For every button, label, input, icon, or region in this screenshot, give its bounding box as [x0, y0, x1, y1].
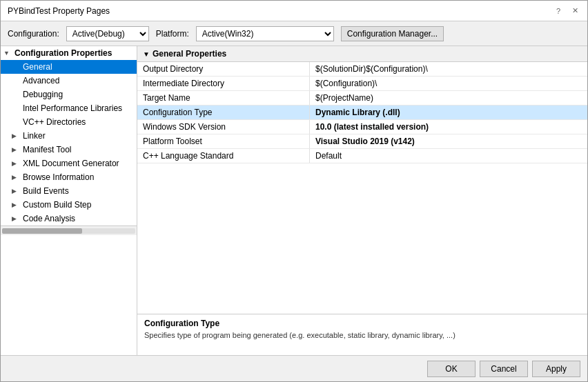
property-pages-window: PYBindTest Property Pages ? ✕ Configurat…	[0, 0, 588, 382]
sidebar-item-label: Build Events	[23, 186, 69, 196]
prop-name: Intermediate Directory	[137, 77, 310, 90]
arrow-icon: ▶	[12, 160, 23, 167]
table-row[interactable]: Configuration TypeDynamic Library (.dll)	[137, 105, 587, 120]
sidebar-item-build-events[interactable]: ▶ Build Events	[1, 184, 137, 198]
prop-value: $(ProjectName)	[310, 91, 587, 105]
arrow-icon: ▶	[12, 201, 23, 208]
sidebar-item-intel-perf[interactable]: Intel Performance Libraries	[1, 101, 137, 115]
properties-area: ▼ General Properties Output Directory$(S…	[137, 46, 587, 314]
prop-value: Dynamic Library (.dll)	[310, 105, 587, 119]
sidebar-item-label: Configuration Properties	[14, 48, 112, 58]
prop-name: Output Directory	[137, 62, 310, 76]
sidebar-item-label: General	[23, 62, 52, 72]
platform-select[interactable]: Active(Win32)	[196, 26, 334, 41]
prop-value: $(Configuration)\	[310, 77, 587, 90]
arrow-icon: ▶	[12, 174, 23, 181]
prop-value: $(SolutionDir)$(Configuration)\	[310, 62, 587, 76]
table-row[interactable]: Output Directory$(SolutionDir)$(Configur…	[137, 62, 587, 77]
apply-button[interactable]: Apply	[532, 361, 580, 377]
prop-value: Visual Studio 2019 (v142)	[310, 134, 587, 148]
footer: OK Cancel Apply	[1, 355, 587, 381]
table-row[interactable]: Target Name$(ProjectName)	[137, 91, 587, 105]
sidebar-item-label: Browse Information	[23, 172, 94, 182]
title-bar-controls: ? ✕	[553, 6, 580, 17]
sidebar-scrollbar[interactable]	[1, 225, 137, 235]
sidebar-item-manifest-tool[interactable]: ▶ Manifest Tool	[1, 143, 137, 157]
config-label: Configuration:	[8, 29, 59, 39]
sidebar-item-code-analysis[interactable]: ▶ Code Analysis	[1, 212, 137, 225]
sidebar-item-label: Custom Build Step	[23, 200, 91, 210]
title-bar: PYBindTest Property Pages ? ✕	[1, 1, 587, 21]
sidebar-item-label: Linker	[23, 131, 46, 141]
ok-button[interactable]: OK	[427, 361, 476, 377]
table-row[interactable]: C++ Language StandardDefault	[137, 149, 587, 163]
description-text: Specifies type of program being generate…	[144, 331, 580, 339]
arrow-icon: ▶	[12, 132, 23, 139]
prop-name: C++ Language Standard	[137, 149, 310, 163]
sidebar-item-label: Intel Performance Libraries	[23, 103, 122, 113]
prop-value: Default	[310, 149, 587, 163]
window-title: PYBindTest Property Pages	[8, 6, 110, 16]
sidebar-item-linker[interactable]: ▶ Linker	[1, 129, 137, 143]
platform-label: Platform:	[156, 29, 189, 39]
scrollbar-track	[2, 228, 135, 234]
description-title: Configuration Type	[144, 319, 580, 328]
table-row[interactable]: Platform ToolsetVisual Studio 2019 (v142…	[137, 134, 587, 149]
sidebar-item-config-properties[interactable]: ▼ Configuration Properties	[1, 46, 137, 60]
sidebar-item-general[interactable]: General	[1, 60, 137, 74]
sidebar-item-label: Advanced	[23, 76, 59, 86]
table-row[interactable]: Intermediate Directory$(Configuration)\	[137, 77, 587, 91]
sidebar-item-label: XML Document Generator	[23, 159, 119, 168]
prop-value: 10.0 (latest installed version)	[310, 120, 587, 134]
description-panel: Configuration Type Specifies type of pro…	[137, 314, 587, 355]
content-area: ▼ Configuration PropertiesGeneralAdvance…	[1, 46, 587, 355]
close-button[interactable]: ✕	[569, 6, 580, 17]
prop-name: Windows SDK Version	[137, 120, 310, 134]
sidebar-item-vc-dirs[interactable]: VC++ Directories	[1, 115, 137, 129]
sidebar-item-xml-doc[interactable]: ▶ XML Document Generator	[1, 157, 137, 170]
main-panel: ▼ General Properties Output Directory$(S…	[137, 46, 587, 355]
section-expand-icon: ▼	[143, 50, 150, 58]
sidebar-item-debugging[interactable]: Debugging	[1, 88, 137, 101]
sidebar-item-label: Code Analysis	[23, 214, 75, 223]
prop-name: Configuration Type	[137, 105, 310, 119]
section-title: General Properties	[153, 49, 226, 59]
help-button[interactable]: ?	[553, 6, 564, 17]
toolbar: Configuration: Active(Debug) Platform: A…	[1, 21, 587, 46]
sidebar-item-browse-info[interactable]: ▶ Browse Information	[1, 170, 137, 184]
arrow-icon: ▼	[3, 50, 14, 57]
configuration-manager-button[interactable]: Configuration Manager...	[341, 26, 444, 41]
sidebar-items-container: ▼ Configuration PropertiesGeneralAdvance…	[1, 46, 137, 225]
sidebar-item-custom-build[interactable]: ▶ Custom Build Step	[1, 198, 137, 212]
prop-name: Platform Toolset	[137, 134, 310, 148]
section-header: ▼ General Properties	[137, 46, 587, 62]
prop-name: Target Name	[137, 91, 310, 105]
table-row[interactable]: Windows SDK Version10.0 (latest installe…	[137, 120, 587, 134]
arrow-icon: ▶	[12, 188, 23, 194]
configuration-select[interactable]: Active(Debug)	[66, 26, 149, 41]
scrollbar-thumb	[2, 228, 82, 234]
arrow-icon: ▶	[12, 215, 23, 222]
sidebar-item-label: Debugging	[23, 90, 63, 99]
properties-list: Output Directory$(SolutionDir)$(Configur…	[137, 62, 587, 163]
cancel-button[interactable]: Cancel	[480, 361, 528, 377]
arrow-icon: ▶	[12, 146, 23, 153]
sidebar-item-advanced[interactable]: Advanced	[1, 74, 137, 88]
sidebar-item-label: Manifest Tool	[23, 145, 71, 154]
sidebar-item-label: VC++ Directories	[23, 117, 86, 127]
sidebar: ▼ Configuration PropertiesGeneralAdvance…	[1, 46, 137, 355]
